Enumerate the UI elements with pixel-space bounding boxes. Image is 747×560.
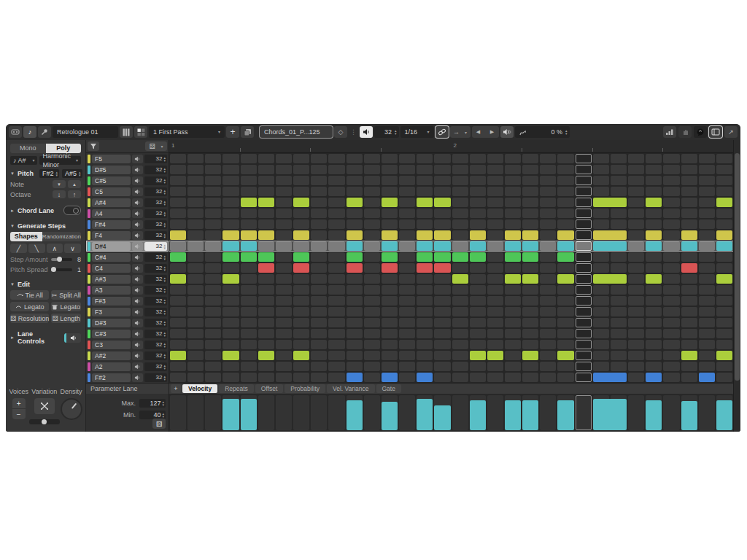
- step-cell[interactable]: [681, 329, 697, 338]
- step-cell[interactable]: [716, 296, 732, 306]
- shape-rise-button[interactable]: ╱: [10, 244, 27, 253]
- step-cell[interactable]: [699, 241, 715, 251]
- note-cell[interactable]: [434, 241, 450, 251]
- step-cell[interactable]: [170, 154, 186, 163]
- step-cell[interactable]: [187, 318, 204, 327]
- velocity-slot[interactable]: [258, 395, 274, 430]
- step-cell[interactable]: [663, 329, 679, 338]
- note-cell[interactable]: [470, 241, 486, 251]
- step-cell[interactable]: [205, 307, 221, 316]
- step-cell[interactable]: [241, 329, 257, 338]
- randomize-length-button[interactable]: ⚄ Length: [51, 314, 81, 323]
- step-cell[interactable]: [699, 340, 715, 349]
- step-cell[interactable]: [293, 187, 309, 196]
- scale-select[interactable]: Harmonic Minor▾: [39, 156, 81, 165]
- step-cell[interactable]: [364, 241, 380, 251]
- step-cell[interactable]: [522, 362, 538, 371]
- step-cell[interactable]: [276, 187, 292, 196]
- step-cell[interactable]: [293, 176, 309, 185]
- step-cell[interactable]: [699, 209, 715, 218]
- step-cell[interactable]: [222, 263, 239, 273]
- lane-item-A#4[interactable]: A#4 32 ▴▾: [86, 197, 169, 208]
- lane-name[interactable]: A4: [92, 209, 131, 218]
- step-cell[interactable]: [540, 263, 556, 273]
- playhead-cell[interactable]: [576, 285, 592, 295]
- lane-name[interactable]: C#3: [92, 330, 131, 338]
- step-cell[interactable]: [258, 209, 274, 218]
- step-cell[interactable]: [187, 307, 204, 316]
- step-cell[interactable]: [276, 230, 292, 240]
- note-cell[interactable]: [293, 252, 309, 262]
- step-cell[interactable]: [364, 230, 380, 240]
- step-cell[interactable]: [452, 373, 468, 382]
- lane-mute-button[interactable]: [132, 286, 143, 295]
- step-cell[interactable]: [611, 252, 627, 262]
- step-cell[interactable]: [417, 362, 433, 371]
- step-cell[interactable]: [241, 209, 257, 218]
- step-cell[interactable]: [222, 285, 239, 295]
- lane-steps-spinner[interactable]: 32 ▴▾: [144, 209, 167, 218]
- playhead-cell[interactable]: [576, 219, 592, 229]
- lane-name[interactable]: F3: [92, 308, 131, 316]
- lane-name[interactable]: F#3: [92, 297, 131, 306]
- step-cell[interactable]: [382, 285, 398, 295]
- lane-name[interactable]: A2: [92, 362, 131, 371]
- step-cell[interactable]: [540, 154, 556, 163]
- playhead-cell[interactable]: [576, 373, 592, 382]
- step-cell[interactable]: [681, 274, 697, 284]
- step-cell[interactable]: [470, 209, 486, 218]
- lane-item-A#3[interactable]: A#3 32 ▴▾: [86, 273, 169, 284]
- step-cell[interactable]: [470, 219, 486, 229]
- velocity-max-spinner[interactable]: 127 ▴▾: [139, 399, 166, 408]
- step-cell[interactable]: [522, 329, 538, 338]
- step-cell[interactable]: [540, 219, 556, 229]
- step-cell[interactable]: [487, 329, 503, 338]
- note-cell[interactable]: [716, 198, 732, 207]
- step-cell[interactable]: [611, 296, 627, 306]
- step-cell[interactable]: [611, 318, 627, 327]
- tie-all-button[interactable]: Tie All: [10, 290, 49, 300]
- playhead-cell[interactable]: [576, 187, 592, 196]
- step-cell[interactable]: [593, 351, 609, 360]
- step-cell[interactable]: [681, 219, 697, 229]
- lane-steps-spinner[interactable]: 32 ▴▾: [144, 198, 167, 207]
- step-cell[interactable]: [258, 307, 274, 316]
- step-cell[interactable]: [646, 154, 662, 163]
- note-cell[interactable]: [522, 230, 538, 240]
- step-cell[interactable]: [681, 318, 697, 327]
- instrument-name-field[interactable]: Retrologue 01: [53, 126, 118, 138]
- note-cell[interactable]: [593, 373, 627, 382]
- step-cell[interactable]: [382, 219, 398, 229]
- lane-item-A#2[interactable]: A#2 32 ▴▾: [86, 350, 169, 361]
- link-button[interactable]: [436, 126, 449, 138]
- step-cell[interactable]: [222, 296, 239, 306]
- note-cell[interactable]: [293, 351, 309, 360]
- step-cell[interactable]: [522, 373, 538, 382]
- step-cell[interactable]: [452, 230, 468, 240]
- step-cell[interactable]: [241, 296, 257, 306]
- step-cell[interactable]: [434, 362, 450, 371]
- add-parameter-lane-button[interactable]: +: [171, 384, 181, 393]
- step-cell[interactable]: [557, 165, 573, 174]
- step-cell[interactable]: [311, 329, 327, 338]
- step-cell[interactable]: [716, 373, 732, 382]
- step-cell[interactable]: [170, 198, 186, 207]
- step-cell[interactable]: [663, 187, 679, 196]
- instrument-icon[interactable]: [9, 126, 22, 138]
- lane-steps-spinner[interactable]: 32 ▴▾: [144, 308, 167, 316]
- step-cell[interactable]: [258, 241, 274, 251]
- step-cell[interactable]: [699, 329, 715, 338]
- step-cell[interactable]: [646, 209, 662, 218]
- step-cell[interactable]: [382, 318, 398, 327]
- note-cell[interactable]: [593, 230, 627, 240]
- shift-left-button[interactable]: ◀: [472, 126, 485, 138]
- step-cell[interactable]: [364, 362, 380, 371]
- step-cell[interactable]: [205, 340, 221, 349]
- note-up-button[interactable]: ▲: [68, 180, 81, 188]
- step-cell[interactable]: [364, 198, 380, 207]
- step-cell[interactable]: [276, 373, 292, 382]
- step-cell[interactable]: [505, 154, 521, 163]
- step-cell[interactable]: [364, 154, 380, 163]
- lane-name[interactable]: A#4: [92, 198, 131, 207]
- step-cell[interactable]: [716, 187, 732, 196]
